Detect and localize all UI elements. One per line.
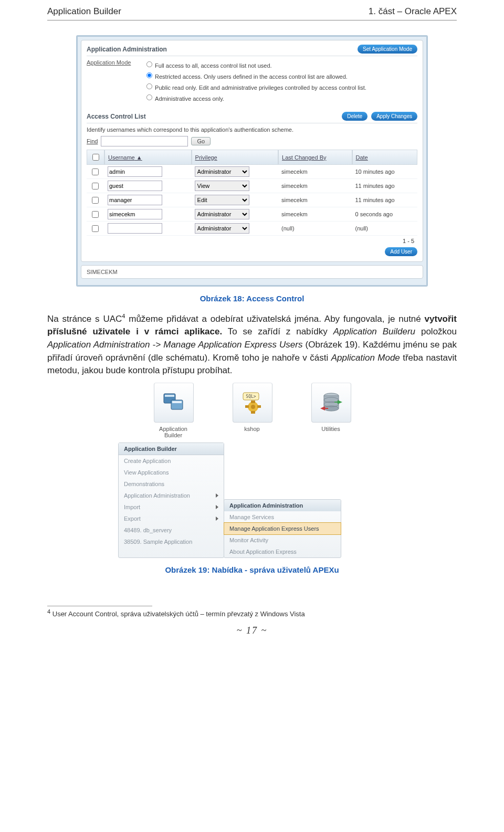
- col-changed-by[interactable]: Last Changed By: [278, 150, 352, 165]
- username-input[interactable]: [108, 181, 162, 191]
- username-input[interactable]: [108, 209, 162, 219]
- find-label: Find: [87, 138, 98, 144]
- menu-item-app-38509[interactable]: 38509. Sample Application: [119, 536, 224, 547]
- privilege-select[interactable]: Edit: [195, 195, 249, 205]
- body-paragraph: Na stránce s UAC4 můžeme přidávat a odeb…: [47, 312, 457, 377]
- page-header: Application Builder 1. část – Oracle APE…: [47, 0, 457, 20]
- tile-sql-workshop[interactable]: SQL> kshop: [233, 383, 271, 438]
- application-mode-radios: Full access to all, access control list …: [143, 59, 366, 103]
- menu-item-create-application[interactable]: Create Application: [119, 455, 224, 467]
- submenu-item-manage-services[interactable]: Manage Services: [224, 511, 341, 523]
- table-row: Edit simecekm 11 minutes ago: [87, 193, 417, 207]
- date-cell: 11 minutes ago: [352, 193, 418, 207]
- row-checkbox[interactable]: [92, 168, 99, 175]
- menu-item-import[interactable]: Import: [119, 501, 224, 513]
- privilege-select[interactable]: Administrator: [195, 209, 249, 219]
- tile-utilities[interactable]: Utilities: [311, 383, 350, 438]
- pagination-text: 1 - 5: [87, 238, 414, 244]
- svg-rect-10: [251, 411, 255, 414]
- changed-by-cell: simecekm: [278, 179, 352, 193]
- privilege-select[interactable]: Administrator: [195, 223, 249, 234]
- menu-header: Application Builder: [119, 443, 224, 455]
- row-checkbox[interactable]: [92, 197, 99, 204]
- table-row: View simecekm 11 minutes ago: [87, 179, 417, 193]
- go-button[interactable]: Go: [191, 137, 211, 145]
- col-date[interactable]: Date: [352, 150, 418, 165]
- sub-menu: Application Administration Manage Servic…: [224, 499, 341, 558]
- menu-item-application-administration[interactable]: Application Administration: [119, 490, 224, 501]
- find-input[interactable]: [101, 136, 188, 146]
- date-cell: (null): [352, 222, 418, 236]
- svg-rect-3: [172, 401, 182, 403]
- menu-item-view-applications[interactable]: View Applications: [119, 467, 224, 478]
- screenshot-access-control: Application Administration Set Applicati…: [76, 35, 428, 287]
- svg-text:SQL>: SQL>: [246, 394, 256, 399]
- col-privilege[interactable]: Privilege: [192, 150, 279, 165]
- svg-rect-8: [251, 401, 255, 403]
- select-all-checkbox[interactable]: [92, 154, 99, 161]
- delete-button[interactable]: Delete: [342, 112, 368, 121]
- menu-item-export[interactable]: Export: [119, 513, 224, 524]
- date-cell: 10 minutes ago: [352, 165, 418, 179]
- svg-rect-1: [165, 395, 174, 397]
- main-menu: Application Builder Create Application V…: [118, 443, 224, 558]
- date-cell: 0 seconds ago: [352, 207, 418, 222]
- username-input[interactable]: [108, 166, 162, 177]
- table-row: Administrator simecekm 0 seconds ago: [87, 207, 417, 222]
- section-title-admin: Application Administration: [87, 46, 167, 53]
- footer-user-panel: SIMECEKM: [81, 265, 423, 279]
- chevron-right-icon: [216, 517, 218, 521]
- username-input[interactable]: [108, 195, 162, 205]
- changed-by-cell: simecekm: [278, 207, 352, 222]
- username-input[interactable]: [108, 223, 162, 234]
- apply-changes-button[interactable]: Apply Changes: [371, 112, 417, 121]
- page-number: ~ 17 ~: [47, 625, 457, 636]
- changed-by-cell: simecekm: [278, 193, 352, 207]
- menu-item-demonstrations[interactable]: Demonstrations: [119, 478, 224, 490]
- svg-rect-9: [257, 405, 261, 408]
- table-row: Administrator simecekm 10 minutes ago: [87, 165, 417, 179]
- submenu-item-monitor-activity[interactable]: Monitor Activity: [224, 534, 341, 546]
- privilege-select[interactable]: View: [195, 181, 249, 191]
- chevron-right-icon: [216, 493, 218, 498]
- row-checkbox[interactable]: [92, 183, 99, 189]
- footnote-separator: [47, 606, 152, 606]
- menu-item-app-48489[interactable]: 48489. db_servery: [119, 524, 224, 536]
- submenu-header: Application Administration: [224, 500, 341, 511]
- header-underline: [47, 20, 457, 20]
- acl-table: Username ▲ Privilege Last Changed By Dat…: [87, 150, 417, 236]
- screenshot-menu: Application Builder SQL> kshop: [118, 383, 386, 558]
- set-application-mode-button[interactable]: Set Application Mode: [358, 45, 417, 54]
- application-mode-label: Application Mode: [87, 59, 136, 66]
- mode-radio-admin[interactable]: Administrative access only.: [143, 92, 366, 103]
- svg-rect-11: [245, 405, 249, 408]
- svg-point-7: [251, 405, 255, 409]
- changed-by-cell: simecekm: [278, 165, 352, 179]
- row-checkbox[interactable]: [92, 211, 99, 218]
- add-user-button[interactable]: Add User: [385, 247, 417, 256]
- footnote-text: 4 User Account Control, správa uživatels…: [47, 608, 457, 618]
- header-right: 1. část – Oracle APEX: [369, 6, 457, 17]
- submenu-item-about[interactable]: About Application Express: [224, 546, 341, 557]
- database-icon: [318, 389, 344, 416]
- table-row: Administrator (null) (null): [87, 222, 417, 236]
- mode-radio-public[interactable]: Public read only. Edit and administrativ…: [143, 81, 366, 92]
- tile-application-builder[interactable]: Application Builder: [154, 383, 193, 438]
- figure-caption-19: Obrázek 19: Nabídka - správa uživatelů A…: [47, 565, 457, 574]
- col-username[interactable]: Username ▲: [104, 150, 192, 165]
- mode-radio-full[interactable]: Full access to all, access control list …: [143, 59, 366, 70]
- header-left: Application Builder: [47, 6, 121, 17]
- acl-description: Identify usernames which correspond to t…: [87, 127, 417, 133]
- submenu-item-manage-users[interactable]: Manage Application Express Users: [224, 522, 341, 535]
- privilege-select[interactable]: Administrator: [195, 166, 249, 177]
- sql-icon: SQL>: [239, 389, 266, 416]
- figure-caption-18: Obrázek 18: Access Control: [47, 294, 457, 303]
- application-builder-icon: [161, 389, 187, 416]
- section-title-acl: Access Control List: [87, 113, 146, 120]
- chevron-right-icon: [216, 505, 218, 509]
- row-checkbox[interactable]: [92, 225, 99, 232]
- mode-radio-restricted[interactable]: Restricted access. Only users defined in…: [143, 70, 366, 81]
- date-cell: 11 minutes ago: [352, 179, 418, 193]
- changed-by-cell: (null): [278, 222, 352, 236]
